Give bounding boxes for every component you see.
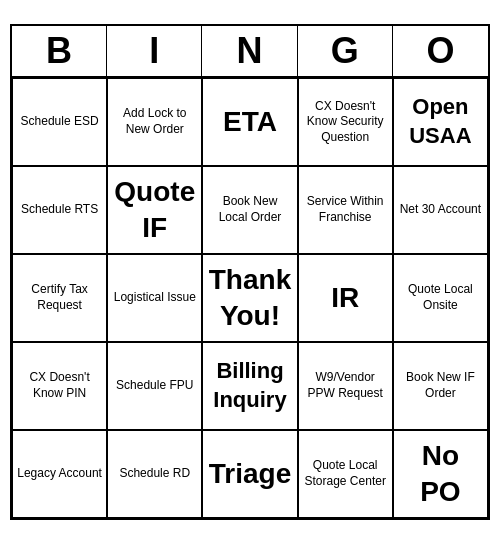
bingo-cell-17: Billing Inquiry <box>202 342 297 430</box>
cell-text-11: Logistical Issue <box>112 290 197 306</box>
cell-text-15: CX Doesn't Know PIN <box>17 370 102 401</box>
bingo-cell-19: Book New IF Order <box>393 342 488 430</box>
header-letter: I <box>107 26 202 76</box>
bingo-cell-3: CX Doesn't Know Security Question <box>298 78 393 166</box>
bingo-cell-5: Schedule RTS <box>12 166 107 254</box>
cell-text-7: Book New Local Order <box>207 194 292 225</box>
bingo-cell-12: Thank You! <box>202 254 297 342</box>
header-letter: N <box>202 26 297 76</box>
cell-text-13: IR <box>303 280 388 316</box>
bingo-header: BINGO <box>12 26 488 78</box>
bingo-cell-4: Open USAA <box>393 78 488 166</box>
cell-text-14: Quote Local Onsite <box>398 282 483 313</box>
cell-text-8: Service Within Franchise <box>303 194 388 225</box>
cell-text-6: Quote IF <box>112 174 197 247</box>
cell-text-22: Triage <box>207 456 292 492</box>
bingo-cell-18: W9/Vendor PPW Request <box>298 342 393 430</box>
bingo-card: BINGO Schedule ESDAdd Lock to New OrderE… <box>10 24 490 520</box>
bingo-cell-14: Quote Local Onsite <box>393 254 488 342</box>
bingo-cell-2: ETA <box>202 78 297 166</box>
cell-text-19: Book New IF Order <box>398 370 483 401</box>
cell-text-20: Legacy Account <box>17 466 102 482</box>
cell-text-1: Add Lock to New Order <box>112 106 197 137</box>
bingo-cell-7: Book New Local Order <box>202 166 297 254</box>
cell-text-4: Open USAA <box>398 93 483 150</box>
cell-text-10: Certify Tax Request <box>17 282 102 313</box>
bingo-cell-24: No PO <box>393 430 488 518</box>
bingo-cell-11: Logistical Issue <box>107 254 202 342</box>
bingo-cell-1: Add Lock to New Order <box>107 78 202 166</box>
bingo-cell-20: Legacy Account <box>12 430 107 518</box>
bingo-cell-22: Triage <box>202 430 297 518</box>
bingo-cell-0: Schedule ESD <box>12 78 107 166</box>
bingo-cell-23: Quote Local Storage Center <box>298 430 393 518</box>
cell-text-5: Schedule RTS <box>17 202 102 218</box>
cell-text-21: Schedule RD <box>112 466 197 482</box>
cell-text-23: Quote Local Storage Center <box>303 458 388 489</box>
bingo-cell-13: IR <box>298 254 393 342</box>
cell-text-18: W9/Vendor PPW Request <box>303 370 388 401</box>
header-letter: B <box>12 26 107 76</box>
bingo-cell-6: Quote IF <box>107 166 202 254</box>
bingo-cell-8: Service Within Franchise <box>298 166 393 254</box>
cell-text-3: CX Doesn't Know Security Question <box>303 99 388 146</box>
bingo-cell-15: CX Doesn't Know PIN <box>12 342 107 430</box>
bingo-grid: Schedule ESDAdd Lock to New OrderETACX D… <box>12 78 488 518</box>
cell-text-24: No PO <box>398 438 483 511</box>
bingo-cell-16: Schedule FPU <box>107 342 202 430</box>
cell-text-2: ETA <box>207 104 292 140</box>
bingo-cell-21: Schedule RD <box>107 430 202 518</box>
bingo-cell-10: Certify Tax Request <box>12 254 107 342</box>
bingo-cell-9: Net 30 Account <box>393 166 488 254</box>
cell-text-9: Net 30 Account <box>398 202 483 218</box>
cell-text-16: Schedule FPU <box>112 378 197 394</box>
header-letter: O <box>393 26 488 76</box>
cell-text-17: Billing Inquiry <box>207 357 292 414</box>
cell-text-12: Thank You! <box>207 262 292 335</box>
cell-text-0: Schedule ESD <box>17 114 102 130</box>
header-letter: G <box>298 26 393 76</box>
